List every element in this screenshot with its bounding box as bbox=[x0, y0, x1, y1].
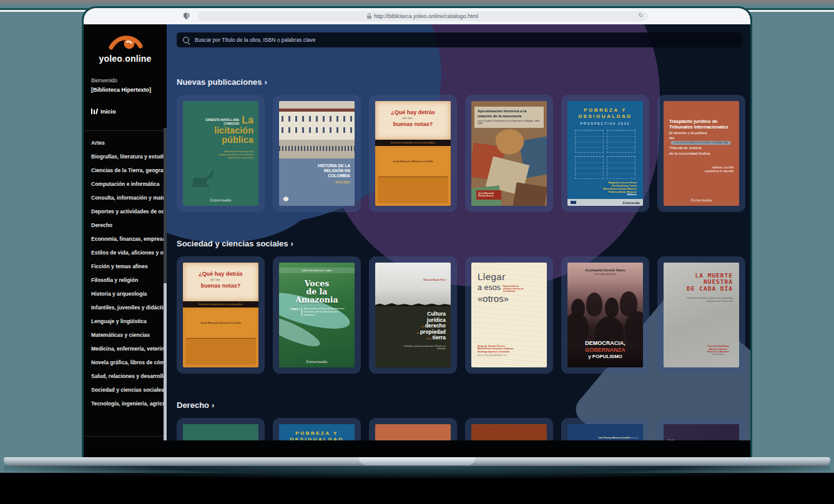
book-edition: 7ª ed. bbox=[668, 439, 739, 440]
library-name: [Biblioteca Hipertexto] bbox=[91, 87, 159, 93]
cover-painting bbox=[279, 101, 355, 158]
book-card-masoneria[interactable]: Aproximación histórica a la relación de … bbox=[465, 95, 553, 212]
book-subtitle-1: El derecho y la política bbox=[669, 131, 733, 136]
book-row-nuevas: ERNESTO MATALLANA CAMACHO La licitación … bbox=[167, 87, 750, 212]
book-card-historia-religion[interactable]: HISTORIA DE LA RELIGIÓN EN COLOMBIA 1510… bbox=[273, 95, 361, 212]
publisher-logo: Externado bbox=[279, 359, 355, 364]
book-card-muerte[interactable]: LA MUERTE NUESTRA DE CADA DÍA Violencia … bbox=[657, 256, 745, 374]
book-subtitle: PROSPECTIVA 2030 bbox=[567, 122, 643, 125]
book-cover: Aurymayerly Acevedo Suárez EDITORA ACADÉ… bbox=[567, 263, 643, 367]
sidebar-item-filosofia[interactable]: Filosofía y religión bbox=[84, 273, 167, 287]
book-card-derecho-3[interactable] bbox=[369, 418, 457, 440]
book-author: Jordi Mauricio Romero Castillo bbox=[200, 321, 241, 325]
book-editor-role: EDITORA ACADÉMICA bbox=[567, 273, 643, 276]
book-card-derecho-4[interactable] bbox=[465, 418, 553, 440]
book-cover: Llegar a esos Negociando los choques int… bbox=[471, 263, 547, 367]
book-title: Trasplante jurídico de Tribunales Intern… bbox=[669, 119, 734, 130]
book-card-derecho-pobreza[interactable]: POBREZA Y DESIGUALDAD bbox=[273, 418, 361, 440]
book-cover bbox=[183, 424, 258, 440]
book-card-licitacion[interactable]: ERNESTO MATALLANA CAMACHO La licitación … bbox=[177, 95, 265, 212]
lock-icon bbox=[367, 16, 371, 19]
section-title-derecho[interactable]: Derecho› bbox=[177, 400, 750, 410]
sidebar-item-estilos[interactable]: Estilos de vida, aficiones y ocio bbox=[84, 246, 167, 259]
publisher-logo: Externado bbox=[623, 201, 640, 205]
sidebar-item-ciencias-tierra[interactable]: Ciencias de la Tierra, geografí... bbox=[84, 163, 167, 177]
sidebar-item-infantiles[interactable]: Infantiles, juveniles y didáctic... bbox=[84, 301, 167, 314]
sidebar-item-historia[interactable]: Historia y arqueología bbox=[84, 287, 167, 301]
search-icon bbox=[183, 37, 189, 43]
brand-left: yoleo bbox=[99, 54, 122, 64]
sidebar-item-matematicas[interactable]: Matemáticas y ciencias bbox=[84, 328, 167, 342]
section-label: Nuevas publicaciones bbox=[177, 77, 262, 87]
sidebar-item-derecho[interactable]: Derecho bbox=[84, 218, 167, 232]
publisher-mark-icon bbox=[283, 196, 288, 201]
cover-color-block bbox=[185, 338, 256, 365]
publisher-logo: Externado bbox=[664, 198, 739, 203]
sidebar-item-novela-grafica[interactable]: Novela gráfica, libros de cómic... bbox=[84, 356, 167, 369]
url-text[interactable]: http://biblioteca.yoleo.online/catalogo.… bbox=[374, 13, 478, 19]
section-title-nuevas-publicaciones[interactable]: Nuevas publicaciones› bbox=[177, 77, 750, 87]
cover-color-block bbox=[378, 177, 448, 203]
chalk-illustrations bbox=[575, 130, 635, 179]
chevron-right-icon: › bbox=[212, 400, 214, 410]
sidebar-divider-bottom bbox=[84, 436, 164, 437]
book-card-trasplante[interactable]: Trasplante jurídico de Tribunales Intern… bbox=[657, 95, 745, 212]
book-title-l2: de las bbox=[375, 116, 451, 121]
webpage: yoleo.online Bienvenido [Biblioteca Hipe… bbox=[84, 24, 750, 440]
reload-icon[interactable]: ↻ bbox=[639, 12, 644, 19]
logo[interactable]: yoleo.online bbox=[84, 24, 167, 64]
sidebar-item-sociedad[interactable]: Sociedad y ciencias sociales bbox=[84, 383, 167, 397]
sidebar-item-salud[interactable]: Salud, relaciones y desarrollo ... bbox=[84, 369, 167, 383]
book-card-buenas-notas-2[interactable]: ¿Qué hay detrás de las buenas notas? Iti… bbox=[177, 256, 265, 374]
shield-icon[interactable] bbox=[184, 12, 190, 20]
sidebar-item-deportes[interactable]: Deportes y actividades de oci... bbox=[84, 205, 167, 218]
section-title-sociedad[interactable]: Sociedad y ciencias sociales› bbox=[177, 239, 750, 248]
scrollbar-thumb[interactable] bbox=[164, 283, 167, 440]
search-input[interactable] bbox=[194, 36, 736, 44]
book-title-l2: a esos bbox=[478, 283, 501, 293]
book-card-derecho-1[interactable] bbox=[177, 418, 265, 440]
book-title: Voces de la Amazonia bbox=[279, 280, 355, 304]
bookshelf-icon bbox=[91, 109, 97, 114]
book-cover: ERNESTO MATALLANA CAMACHO La licitación … bbox=[183, 101, 258, 206]
excavator-illustration bbox=[188, 168, 215, 187]
book-card-pobreza[interactable]: POBREZA Y DESIGUALDAD PROSPECTIVA 2030 M… bbox=[561, 95, 649, 212]
book-strip-text: Itinerarios estudiantiles en la escuela … bbox=[391, 142, 435, 144]
book-cover: LA MUERTE NUESTRA DE CADA DÍA Violencia … bbox=[664, 263, 739, 367]
book-subtitle: con la caridad, la beneficencia y la fil… bbox=[478, 120, 541, 125]
sidebar-scrollbar[interactable] bbox=[164, 128, 167, 440]
sidebar-item-ficcion[interactable]: Ficción y temas afines bbox=[84, 259, 167, 273]
sidebar-item-tecnologia[interactable]: Tecnología, ingeniería, agricul... bbox=[84, 397, 167, 410]
book-editor: Aurymayerly Acevedo Suárez bbox=[567, 269, 643, 273]
sidebar-item-computacion[interactable]: Computación e informática bbox=[84, 177, 167, 191]
book-title-l1: ¿Qué hay detrás bbox=[183, 271, 258, 278]
book-card-llegar-otros[interactable]: Llegar a esos Negociando los choques int… bbox=[465, 256, 553, 374]
sidebar-item-medicina[interactable]: Medicina, enfermería, veterina... bbox=[84, 342, 167, 356]
url-bar[interactable]: http://biblioteca.yoleo.online/catalogo.… bbox=[197, 11, 648, 21]
sidebar-item-artes[interactable]: Artes bbox=[84, 136, 167, 150]
search-bar[interactable] bbox=[177, 32, 742, 47]
sidebar-item-economia[interactable]: Economía, finanzas, empresa ... bbox=[84, 232, 167, 246]
book-row-derecho: POBREZA Y DESIGUALDAD Luis Ferney Moreno… bbox=[167, 410, 750, 440]
sidebar-item-biografias[interactable]: Biografías, literatura y estudio... bbox=[84, 150, 167, 163]
book-card-voces-amazonia[interactable]: Julián Tole Martínez / editor Voces de l… bbox=[273, 256, 361, 374]
book-card-buenas-notas[interactable]: ¿Qué hay detrás de las buenas notas? Iti… bbox=[369, 95, 457, 212]
brand-name[interactable]: yoleo.online bbox=[84, 54, 167, 64]
book-cover: Julián Tole Martínez / editor Voces de l… bbox=[279, 263, 355, 367]
sidebar-item-lenguaje[interactable]: Lenguaje y lingüística bbox=[84, 314, 167, 328]
book-side-note: Negociando los choques internos de la ac… bbox=[503, 285, 526, 293]
book-card-derecho-6[interactable]: 7ª ed. bbox=[657, 418, 745, 440]
book-editor: Julián Tole Martínez / editor bbox=[279, 268, 355, 273]
laptop-base-shadow bbox=[4, 466, 830, 478]
book-author: Jordi Mauricio Romero Castillo bbox=[393, 160, 433, 163]
book-cover: HISTORIA DE LA RELIGIÓN EN COLOMBIA 1510… bbox=[279, 101, 355, 206]
sidebar-item-consulta[interactable]: Consulta, información y mater... bbox=[84, 191, 167, 205]
sidebar-item-inicio[interactable]: Inicio bbox=[91, 108, 159, 115]
book-title: licitación pública bbox=[188, 126, 253, 145]
main-area: Nuevas publicaciones› ERNESTO MATALLANA … bbox=[167, 24, 750, 440]
book-card-derecho-5[interactable]: Luis Ferney Moreno Castillo director Lui… bbox=[561, 418, 649, 440]
welcome-block: Bienvenido [Biblioteca Hipertexto] bbox=[91, 77, 159, 93]
book-card-cultura-juridica[interactable]: Elisa N. Martín Peré Cultura jurídica de… bbox=[369, 256, 457, 374]
book-card-democracia[interactable]: Aurymayerly Acevedo Suárez EDITORA ACADÉ… bbox=[561, 256, 649, 374]
book-cover bbox=[471, 424, 547, 440]
